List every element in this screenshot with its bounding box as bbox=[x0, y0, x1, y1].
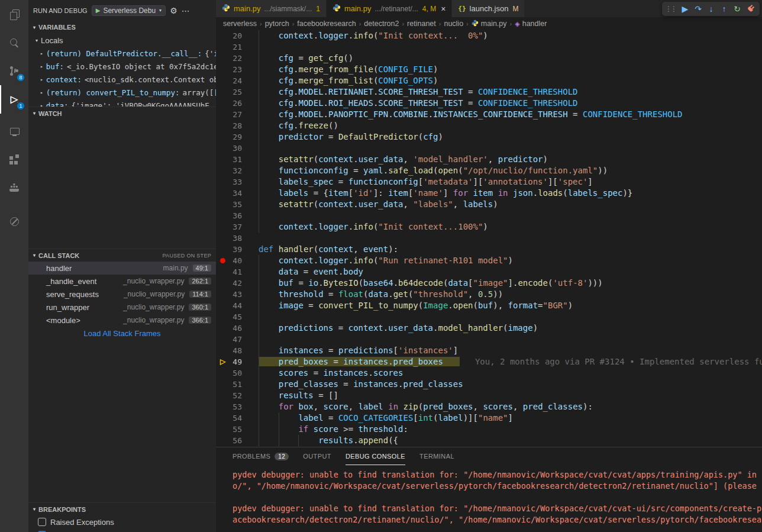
line-number[interactable]: 38 bbox=[230, 233, 242, 244]
start-debug-icon[interactable]: ▶ bbox=[96, 7, 101, 14]
code-line[interactable]: 42 buf = io.BytesIO(base64.b64decode(dat… bbox=[216, 278, 762, 289]
gutter-glyph-margin[interactable] bbox=[216, 53, 230, 64]
code-line[interactable]: 53 for box, score, label in zip(pred_box… bbox=[216, 401, 762, 412]
stack-frame[interactable]: <module>_nuclio_wrapper.py366:1 bbox=[28, 314, 216, 327]
variable-row[interactable]: ▸(return) DefaultPredictor.__call__:{'in… bbox=[28, 47, 216, 60]
code-line[interactable]: 38 bbox=[216, 233, 762, 244]
breakpoints-header[interactable]: ▾ BREAKPOINTS bbox=[28, 502, 216, 515]
stack-frame[interactable]: run_wrapper_nuclio_wrapper.py360:1 bbox=[28, 301, 216, 314]
activity-item-remote-explorer[interactable] bbox=[0, 118, 28, 146]
line-number[interactable]: 37 bbox=[230, 221, 242, 233]
gutter-glyph-margin[interactable] bbox=[216, 64, 230, 75]
panel-tab-terminal[interactable]: TERMINAL bbox=[419, 447, 454, 465]
line-number[interactable]: 36 bbox=[230, 210, 242, 221]
scope-locals[interactable]: ▾ Locals bbox=[28, 34, 216, 47]
line-number[interactable]: 35 bbox=[230, 199, 242, 210]
restart-button[interactable]: ↻ bbox=[731, 2, 744, 15]
code-line[interactable]: 26 cfg.MODEL.ROI_HEADS.SCORE_THRESH_TEST… bbox=[216, 98, 762, 109]
line-number[interactable]: 55 bbox=[230, 424, 242, 435]
breakpoint-row[interactable]: Raised Exceptions bbox=[28, 515, 216, 528]
gutter-glyph-margin[interactable] bbox=[216, 41, 230, 53]
activity-item-plugin[interactable] bbox=[0, 207, 28, 236]
line-number[interactable]: 27 bbox=[230, 109, 242, 120]
line-number[interactable]: 28 bbox=[230, 120, 242, 131]
code-line[interactable]: 56 results.append({ bbox=[216, 435, 762, 446]
variables-header[interactable]: ▾ VARIABLES bbox=[28, 21, 216, 34]
gutter-glyph-margin[interactable] bbox=[216, 210, 230, 221]
code-line[interactable]: 40 context.logger.info("Run retinanet-R1… bbox=[216, 255, 762, 266]
line-number[interactable]: 46 bbox=[230, 323, 242, 334]
stack-frame[interactable]: _handle_event_nuclio_wrapper.py262:1 bbox=[28, 275, 216, 288]
gutter-glyph-margin[interactable] bbox=[216, 266, 230, 278]
gutter-glyph-margin[interactable] bbox=[216, 345, 230, 356]
line-number[interactable]: 20 bbox=[230, 30, 242, 41]
activity-item-run-debug[interactable]: 1 bbox=[0, 85, 28, 114]
code-line[interactable]: ▷49 pred_boxes = instances.pred_boxesYou… bbox=[216, 356, 762, 367]
line-number[interactable]: 26 bbox=[230, 98, 242, 109]
code-line[interactable]: 44 image = convert_PIL_to_numpy(Image.op… bbox=[216, 300, 762, 311]
breakpoint-icon[interactable] bbox=[220, 258, 225, 263]
breadcrumb-item-main.py[interactable]: main.py bbox=[472, 20, 507, 28]
gutter-glyph-margin[interactable] bbox=[216, 143, 230, 154]
panel-tab-debug-console[interactable]: DEBUG CONSOLE bbox=[346, 447, 405, 465]
gutter-glyph-margin[interactable] bbox=[216, 401, 230, 412]
load-all-frames-link[interactable]: Load All Stack Frames bbox=[28, 327, 216, 340]
line-number[interactable]: 41 bbox=[230, 266, 242, 278]
line-number[interactable]: 51 bbox=[230, 379, 242, 390]
code-line[interactable]: 51 pred_classes = instances.pred_classes bbox=[216, 379, 762, 390]
line-number[interactable]: 48 bbox=[230, 345, 242, 356]
activity-item-explorer[interactable] bbox=[0, 0, 28, 28]
code-line[interactable]: 48 instances = predictions['instances'] bbox=[216, 345, 762, 356]
gutter-glyph-margin[interactable] bbox=[216, 188, 230, 199]
gutter-glyph-margin[interactable] bbox=[216, 244, 230, 255]
code-line[interactable]: 45 bbox=[216, 311, 762, 323]
code-line[interactable]: 39def handler(context, event): bbox=[216, 244, 762, 255]
line-number[interactable]: 42 bbox=[230, 278, 242, 289]
code-line[interactable]: 50 scores = instances.scores bbox=[216, 367, 762, 379]
gutter-glyph-margin[interactable] bbox=[216, 176, 230, 188]
tab-main.py[interactable]: main.py.../retinanet/...4, M× bbox=[327, 0, 451, 17]
code-line[interactable]: 35 setattr(context.user_data, "labels", … bbox=[216, 199, 762, 210]
breadcrumb-item-handler[interactable]: ◈handler bbox=[515, 20, 547, 28]
gutter-glyph-margin[interactable] bbox=[216, 367, 230, 379]
breadcrumb-item-serverless[interactable]: serverless bbox=[223, 20, 257, 28]
gutter-glyph-margin[interactable] bbox=[216, 390, 230, 401]
line-number[interactable]: 40 bbox=[230, 255, 242, 266]
line-number[interactable]: 34 bbox=[230, 188, 242, 199]
code-line[interactable]: 29 predictor = DefaultPredictor(cfg) bbox=[216, 131, 762, 143]
gutter-glyph-margin[interactable] bbox=[216, 30, 230, 41]
panel-tab-problems[interactable]: PROBLEMS12 bbox=[233, 447, 289, 465]
code-line[interactable]: 31 setattr(context.user_data, 'model_han… bbox=[216, 154, 762, 165]
line-number[interactable]: 45 bbox=[230, 311, 242, 323]
line-number[interactable]: 43 bbox=[230, 289, 242, 300]
gutter-glyph-margin[interactable] bbox=[216, 165, 230, 176]
gutter-glyph-margin[interactable] bbox=[216, 300, 230, 311]
variable-row[interactable]: ▸context:<nuclio_sdk.context.Context obj… bbox=[28, 73, 216, 86]
step-over-button[interactable]: ↷ bbox=[692, 2, 705, 15]
line-number[interactable]: 50 bbox=[230, 367, 242, 379]
activity-item-docker[interactable] bbox=[0, 175, 28, 203]
line-number[interactable]: 32 bbox=[230, 165, 242, 176]
call-stack-header[interactable]: ▾ CALL STACK PAUSED ON STEP bbox=[28, 249, 216, 262]
code-line[interactable]: 21 bbox=[216, 41, 762, 53]
stack-frame[interactable]: serve_requests_nuclio_wrapper.py114:1 bbox=[28, 288, 216, 301]
watch-header[interactable]: ▾ WATCH bbox=[28, 107, 216, 120]
code-line[interactable]: 30 bbox=[216, 143, 762, 154]
gutter-glyph-margin[interactable] bbox=[216, 98, 230, 109]
more-actions-icon[interactable]: ⋯ bbox=[182, 6, 190, 15]
gutter-glyph-margin[interactable] bbox=[216, 75, 230, 86]
gutter-glyph-margin[interactable] bbox=[216, 289, 230, 300]
line-number[interactable]: 56 bbox=[230, 435, 242, 446]
line-number[interactable]: 47 bbox=[230, 334, 242, 345]
drag-grip-icon[interactable]: ⋮⋮ bbox=[665, 5, 676, 13]
gutter-glyph-margin[interactable] bbox=[216, 199, 230, 210]
panel-tab-output[interactable]: OUTPUT bbox=[303, 447, 331, 465]
gutter-glyph-margin[interactable] bbox=[216, 379, 230, 390]
line-number[interactable]: 39 bbox=[230, 244, 242, 255]
gutter-glyph-margin[interactable] bbox=[216, 278, 230, 289]
code-line[interactable]: 41 data = event.body bbox=[216, 266, 762, 278]
line-number[interactable]: 25 bbox=[230, 86, 242, 98]
activity-item-extensions[interactable] bbox=[0, 146, 28, 175]
gutter-glyph-margin[interactable] bbox=[216, 334, 230, 345]
breadcrumb-item-facebookresearch[interactable]: facebookresearch bbox=[297, 20, 356, 28]
